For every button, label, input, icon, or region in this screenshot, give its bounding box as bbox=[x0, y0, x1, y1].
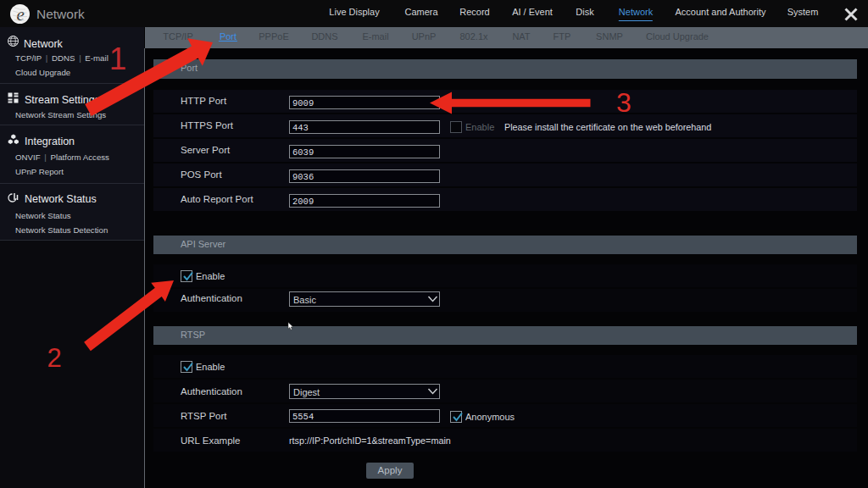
svg-text:e: e bbox=[17, 4, 25, 25]
